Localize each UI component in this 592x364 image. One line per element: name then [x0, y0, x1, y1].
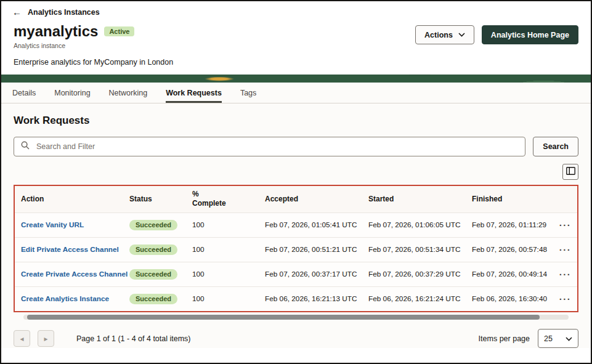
status-badge: Succeeded — [129, 220, 177, 230]
started-timestamp: Feb 07, 2026, 00:51:34 UTC — [362, 237, 466, 262]
work-requests-table: Action Status % Complete Accepted Starte… — [15, 186, 577, 311]
percent-complete: 100 — [186, 237, 259, 262]
started-timestamp: Feb 07, 2026, 01:06:05 UTC — [362, 212, 466, 237]
search-input[interactable] — [35, 142, 518, 152]
previous-page-icon: ◂ — [20, 334, 23, 343]
tab-tags[interactable]: Tags — [240, 83, 256, 103]
previous-page-button[interactable]: ◂ — [14, 330, 30, 347]
tab-monitoring[interactable]: Monitoring — [54, 83, 90, 103]
title-block: myanalytics Active Analytics instance — [14, 23, 134, 49]
instance-description: Enterprise analytics for MyCompany in Lo… — [1, 49, 591, 67]
actions-button[interactable]: Actions — [415, 25, 474, 44]
next-page-button[interactable]: ▸ — [38, 330, 54, 347]
tab-details[interactable]: Details — [12, 83, 36, 103]
percent-complete: 100 — [186, 262, 259, 286]
accepted-timestamp: Feb 07, 2026, 00:51:21 UTC — [259, 237, 362, 262]
breadcrumb-link[interactable]: Analytics Instances — [28, 8, 100, 17]
status-badge: Succeeded — [129, 245, 177, 255]
column-header-started: Started — [362, 186, 466, 212]
work-request-link[interactable]: Edit Private Access Channel — [21, 245, 119, 254]
page-header: myanalytics Active Analytics instance Ac… — [1, 17, 591, 49]
column-header-action: Action — [15, 186, 123, 212]
tab-work-requests[interactable]: Work Requests — [166, 83, 222, 103]
status-badge: Succeeded — [129, 269, 177, 280]
items-per-page-label: Items per page — [479, 334, 530, 343]
breadcrumb: ← Analytics Instances — [1, 1, 591, 17]
row-actions-menu-icon[interactable]: ··· — [556, 286, 577, 311]
row-actions-menu-icon[interactable]: ··· — [556, 237, 577, 262]
analytics-instance-page: ← Analytics Instances myanalytics Active… — [1, 1, 591, 348]
analytics-home-page-button[interactable]: Analytics Home Page — [482, 25, 578, 44]
table-row: Create Vanity URL Succeeded 100 Feb 07, … — [15, 212, 577, 237]
column-header-actions-menu — [556, 186, 577, 212]
row-actions-menu-icon[interactable]: ··· — [556, 262, 577, 286]
pagination-bar: ◂ ▸ Page 1 of 1 (1 - 4 of 4 total items)… — [14, 329, 578, 348]
column-header-complete: % Complete — [186, 186, 259, 212]
column-header-finished: Finished — [466, 186, 556, 212]
work-request-link[interactable]: Create Vanity URL — [21, 220, 84, 229]
table-row: Edit Private Access Channel Succeeded 10… — [15, 237, 577, 262]
column-header-accepted: Accepted — [259, 186, 362, 212]
started-timestamp: Feb 06, 2026, 16:21:24 UTC — [362, 286, 466, 311]
accepted-timestamp: Feb 06, 2026, 16:21:13 UTC — [259, 286, 362, 311]
started-timestamp: Feb 07, 2026, 00:37:29 UTC — [362, 262, 466, 286]
annotation-highlight: Action Status % Complete Accepted Starte… — [14, 185, 578, 312]
table-header-row: Action Status % Complete Accepted Starte… — [15, 186, 577, 212]
search-icon — [21, 141, 30, 152]
items-per-page-select[interactable]: 25 — [538, 329, 578, 348]
section-title: Work Requests — [14, 115, 578, 127]
accepted-timestamp: Feb 07, 2026, 00:37:17 UTC — [259, 262, 362, 286]
table-row: Create Private Access Channel Succeeded … — [15, 262, 577, 286]
page-summary: Page 1 of 1 (1 - 4 of 4 total items) — [76, 334, 191, 343]
search-button[interactable]: Search — [533, 137, 578, 156]
finished-timestamp: Feb 06, 2026, 16:30:40 — [466, 286, 556, 311]
back-arrow-icon[interactable]: ← — [12, 7, 22, 17]
columns-icon — [566, 167, 575, 177]
finished-timestamp: Feb 07, 2026, 01:11:29 — [466, 212, 556, 237]
work-request-link[interactable]: Create Analytics Instance — [21, 294, 109, 303]
table-row: Create Analytics Instance Succeeded 100 … — [15, 286, 577, 311]
tab-networking[interactable]: Networking — [109, 83, 148, 103]
finished-timestamp: Feb 07, 2026, 00:49:14 — [466, 262, 556, 286]
column-header-status: Status — [123, 186, 186, 212]
search-input-container — [14, 137, 525, 156]
chevron-down-icon — [566, 334, 572, 343]
page-title: myanalytics — [14, 23, 98, 40]
chevron-down-icon — [458, 33, 465, 37]
accepted-timestamp: Feb 07, 2026, 01:05:41 UTC — [259, 212, 362, 237]
decorative-banner — [1, 75, 591, 83]
finished-timestamp: Feb 07, 2026, 00:57:48 — [466, 237, 556, 262]
resource-type-label: Analytics instance — [14, 42, 134, 49]
row-actions-menu-icon[interactable]: ··· — [556, 212, 577, 237]
percent-complete: 100 — [186, 286, 259, 311]
work-requests-panel: Work Requests Search — [1, 103, 591, 348]
scrollbar-thumb[interactable] — [27, 315, 540, 320]
status-badge: Succeeded — [129, 294, 177, 304]
items-per-page-value: 25 — [544, 334, 553, 343]
manage-columns-button[interactable] — [562, 164, 578, 180]
work-request-link[interactable]: Create Private Access Channel — [21, 270, 128, 278]
horizontal-scrollbar[interactable] — [23, 315, 569, 320]
tab-bar: Details Monitoring Networking Work Reque… — [1, 83, 591, 103]
percent-complete: 100 — [186, 212, 259, 237]
status-badge: Active — [104, 26, 134, 36]
next-page-icon: ▸ — [44, 334, 47, 343]
